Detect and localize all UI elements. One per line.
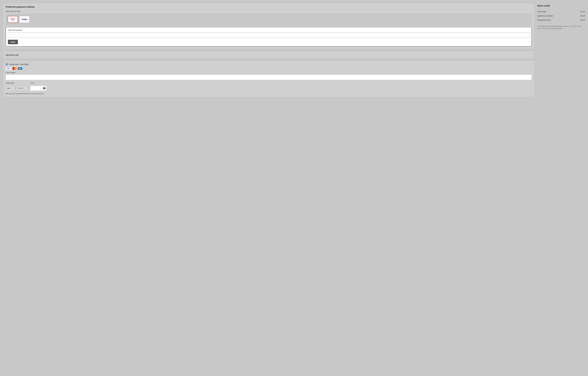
radio-inner-dot [6,64,7,65]
pin-label: Kobo PIN Number [8,29,529,31]
card-number-label: Card number * [6,72,532,74]
remaining-credit-value: $0.00 [581,19,585,21]
expiry-year-value: YYYY [18,87,22,89]
pin-input[interactable] [8,33,529,38]
card-number-input[interactable] [6,75,532,80]
expiry-label: Expiry date * [6,82,28,84]
credit-row-remaining: Remaining credit: $0.00 [537,18,585,22]
credit-card-radio-row: Credit card / Visa Debit [6,63,532,65]
card-options-container: Rakuten kobo !ndigo [6,14,532,25]
credit-card-radio[interactable] [6,63,8,65]
save-info-text: We'll save your payment information for … [6,93,532,95]
expiry-group: Expiry date * MM / YYYY [6,82,28,91]
applied-credit-value: -$1.00 [580,15,585,17]
applied-credit-label: Applied to purchase: [537,15,553,17]
card-option-rakuten-kobo[interactable]: Rakuten kobo [8,16,18,23]
preferred-payment-title: Preferred payment method [6,6,532,8]
select-card-label: Select type of card: [6,10,532,12]
visa-logo: VISA [6,67,11,70]
credit-row-total: Total credit: $1.00 [537,10,585,14]
expiry-year-select[interactable]: YYYY [16,86,28,91]
card-option-indigo[interactable]: !ndigo [19,16,29,23]
store-credit-title: Store credit [537,5,585,7]
cvv-input-wrapper: ? [30,86,47,91]
expiry-year-chevron [23,88,24,88]
expiry-cvv-row: Expiry date * MM / YYYY CVV [6,82,532,91]
credit-card-label: Credit card / Visa Debit [9,63,29,65]
indigo-logo: !ndigo [21,18,28,21]
rakuten-kobo-logo: Rakuten kobo [10,18,15,21]
mastercard-logo [12,67,17,70]
cvv-label: CVV * [30,82,47,84]
expiry-inputs: MM / YYYY [6,86,28,91]
cvv-help-icon[interactable]: ? [43,87,46,89]
cvv-group: CVV * ? [30,82,47,91]
total-credit-value: $1.00 [581,11,585,13]
expiry-slash: / [15,87,16,89]
promo-section: Add promo code [3,51,534,58]
preferred-payment-section: Preferred payment method Select type of … [3,3,534,49]
credit-row-applied: Applied to purchase: -$1.00 [537,14,585,18]
left-column: Preferred payment method Select type of … [3,3,534,373]
expiry-month-select[interactable]: MM [6,86,14,91]
apply-button[interactable]: Apply [8,40,18,44]
pin-form-section: Kobo PIN Number Apply [6,27,532,46]
credit-card-section: Credit card / Visa Debit VISA AMEX Card … [3,60,534,97]
kobo-text: kobo [11,19,15,21]
transactions-text: All transactions processed by Rakuten Ko… [537,25,585,30]
expiry-month-chevron [10,88,12,88]
remaining-credit-label: Remaining credit: [537,19,551,21]
right-column: Store credit Total credit: $1.00 Applied… [537,3,585,373]
expiry-month-value: MM [7,87,10,89]
add-promo-code-link[interactable]: Add promo code [6,54,19,56]
mc-circle-right [14,67,17,70]
total-credit-label: Total credit: [537,11,546,13]
payment-logos: VISA AMEX [6,67,532,70]
amex-logo: AMEX [18,67,22,70]
